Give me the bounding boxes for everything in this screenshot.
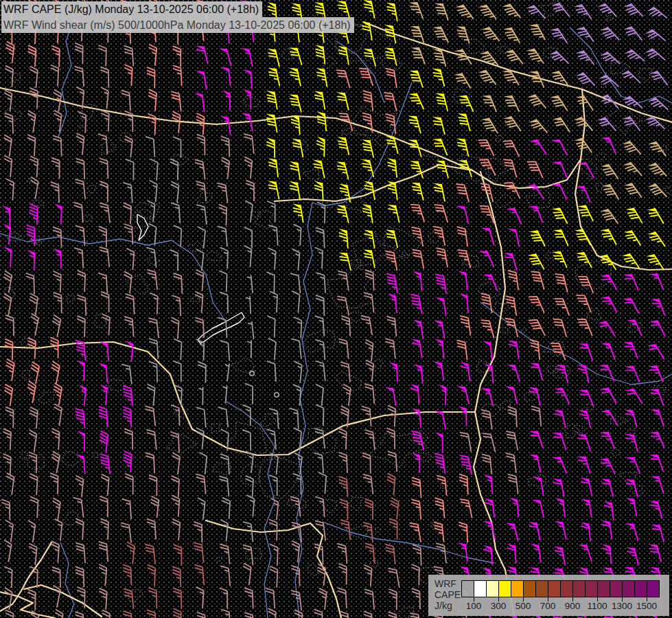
wind-barb	[647, 182, 667, 203]
wind-barb	[25, 381, 36, 403]
wind-barb	[123, 564, 131, 586]
wind-barb	[73, 476, 84, 498]
wind-barb	[121, 363, 132, 385]
wind-barb	[268, 179, 279, 201]
wind-barb	[124, 588, 133, 609]
legend-box-3	[499, 581, 511, 597]
wind-barb	[122, 499, 132, 520]
wind-barb	[292, 428, 301, 449]
wind-barb	[478, 137, 494, 160]
wind-barb	[411, 499, 421, 520]
wind-barb	[194, 249, 204, 271]
wind-barb	[27, 293, 38, 315]
wind-barb	[4, 41, 14, 63]
wind-barb	[623, 2, 643, 22]
wind-barb	[362, 203, 373, 225]
wind-barb	[173, 361, 181, 382]
wind-barb	[195, 113, 205, 135]
wind-barb	[75, 43, 83, 65]
wind-barb	[77, 271, 86, 292]
wind-barb	[508, 407, 517, 428]
wind-barb	[5, 407, 14, 428]
wind-barb	[531, 405, 541, 426]
wind-barb	[268, 225, 277, 246]
wind-barb	[435, 497, 444, 518]
wind-barb	[76, 454, 84, 474]
wind-barb	[387, 203, 399, 225]
wind-barb	[292, 361, 302, 382]
wind-barb	[481, 318, 494, 340]
wind-barb	[250, 371, 255, 376]
title-line-cape: WRF CAPE (J/kg) Monday 13-10-2025 06:00 …	[1, 1, 262, 17]
wind-barb	[484, 474, 493, 494]
wind-barb	[244, 476, 253, 497]
wind-barb	[221, 136, 230, 157]
legend-tick-label: 1300	[608, 601, 636, 611]
wind-barb	[316, 137, 325, 157]
wind-barb	[269, 291, 278, 312]
wind-barb	[317, 472, 327, 494]
wind-barb	[363, 522, 373, 543]
wind-barb	[73, 496, 83, 518]
wind-barb	[338, 428, 347, 450]
map-canvas	[0, 0, 672, 618]
wind-barb	[290, 115, 299, 135]
wind-barb	[384, 46, 397, 67]
legend-box-12	[610, 581, 623, 597]
wind-barb	[123, 136, 132, 157]
wind-barb	[649, 387, 664, 409]
title-bar: WRF CAPE (J/kg) Monday 13-10-2025 06:00 …	[1, 1, 354, 33]
wind-barb	[123, 451, 132, 472]
wind-barb	[341, 315, 350, 336]
wind-barb	[314, 247, 323, 268]
wind-barb	[195, 587, 204, 608]
wind-barb	[622, 139, 641, 160]
wind-barb	[290, 249, 300, 270]
wind-barb	[389, 362, 397, 382]
wind-barb	[577, 432, 590, 454]
wind-barb	[77, 587, 85, 608]
weather-map: WRF CAPE (J/kg) Monday 13-10-2025 06:00 …	[0, 0, 672, 618]
wind-barb	[124, 65, 132, 86]
wind-barb	[194, 270, 204, 291]
wind-barb	[503, 25, 520, 47]
wind-barb	[3, 566, 12, 588]
wind-barb	[220, 157, 230, 179]
wind-barb	[624, 408, 637, 429]
wind-barb	[25, 111, 36, 133]
wind-barb-layer	[1, 0, 668, 618]
wind-barb	[101, 314, 110, 335]
wind-barb	[363, 90, 373, 112]
wind-barb	[385, 338, 395, 360]
wind-barb	[146, 429, 156, 450]
wind-barb	[312, 159, 324, 180]
wind-barb	[507, 543, 516, 564]
wind-barb	[529, 22, 545, 43]
wind-barb	[242, 157, 252, 178]
wind-barb	[458, 270, 467, 290]
wind-barb	[173, 46, 181, 67]
wind-barb	[623, 272, 638, 294]
wind-barb	[645, 47, 665, 67]
wind-barb	[244, 227, 252, 249]
wind-barb	[27, 45, 36, 67]
wind-barb	[316, 67, 327, 88]
wind-barb	[266, 316, 275, 337]
wind-barb	[29, 204, 38, 225]
wind-barb	[73, 202, 82, 223]
wind-barb	[268, 157, 278, 179]
wind-barb	[555, 520, 566, 541]
wind-barb	[579, 409, 591, 430]
wind-barb	[1, 294, 12, 316]
wind-barb	[293, 610, 302, 618]
wind-barb	[49, 451, 60, 473]
wind-barb	[580, 477, 592, 498]
wind-barb	[362, 564, 372, 586]
wind-barb	[481, 409, 492, 431]
wind-barb	[625, 387, 642, 408]
wind-barb	[529, 228, 545, 250]
wind-barb	[171, 519, 181, 540]
wind-barb	[242, 430, 251, 451]
wind-barb	[601, 477, 613, 499]
wind-barb	[290, 408, 299, 429]
